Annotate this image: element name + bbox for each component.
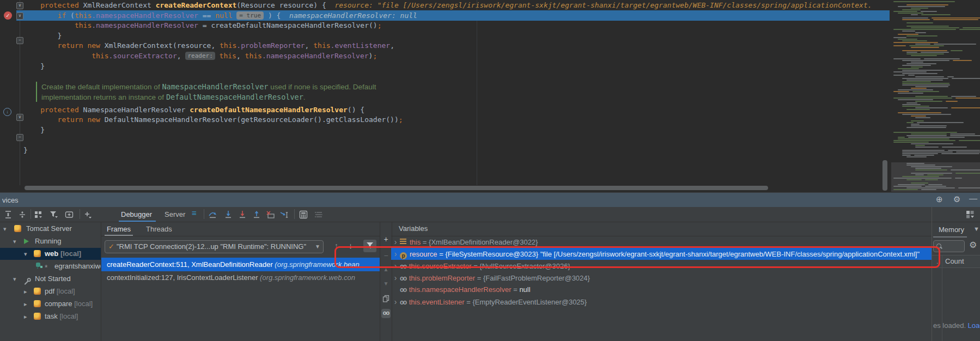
gear-icon[interactable]: ⚙	[953, 194, 960, 204]
variable-row-this-problemReporter[interactable]: ›oothis.problemReporter = {FailFastProbl…	[391, 272, 932, 284]
variable-name: this.problemReporter	[409, 274, 475, 282]
add-service-icon[interactable]	[83, 210, 92, 219]
view-options-icon[interactable]	[314, 210, 323, 219]
thread-selector-dropdown[interactable]: ✓"RMI TCP Connection(2)-12...up "RMI Run…	[105, 240, 324, 253]
tomcat-icon	[34, 300, 41, 307]
variable-null-value: null	[519, 285, 530, 294]
hide-icon[interactable]: —	[969, 193, 977, 203]
ide-window: protected XmlReaderContext createReaderC…	[0, 0, 980, 341]
duplicate-watch-icon[interactable]	[380, 294, 392, 302]
variable-value: =	[512, 285, 520, 294]
code-line: this.namespaceHandlerResolver = createDe…	[23, 21, 381, 31]
chevron-down-icon[interactable]: ▾	[24, 248, 27, 260]
step-into-icon[interactable]	[223, 210, 233, 219]
fold-marker-icon[interactable]: ∨	[16, 13, 23, 20]
variable-row-this-namespaceHandlerResolver[interactable]: oothis.namespaceHandlerResolver = null	[391, 284, 932, 296]
tree-item-label: Tomcat Server	[26, 223, 72, 235]
variable-value: = {FailFastProblemReporter@3024}	[475, 274, 590, 282]
frames-panel: Frames Threads ✓"RMI TCP Connection(2)-1…	[101, 222, 380, 341]
add-watch-icon[interactable]: +	[380, 235, 392, 243]
code-line: }	[23, 62, 45, 72]
step-over-icon[interactable]	[208, 210, 217, 219]
editor-horizontal-scrollbar[interactable]	[25, 186, 768, 190]
filter-icon[interactable]	[49, 210, 58, 219]
variables-header: Variables	[391, 222, 932, 236]
move-down-icon[interactable]: ▼	[380, 281, 392, 287]
editor-vertical-scrollbar[interactable]	[882, 160, 887, 191]
run-to-cursor-icon[interactable]	[280, 210, 289, 219]
expand-chevron-icon[interactable]: ›	[391, 272, 400, 284]
sidebar-item-pdf[interactable]: ▸pdf [local]	[0, 285, 101, 297]
tomcat-icon	[34, 313, 41, 320]
step-out-icon[interactable]	[252, 210, 261, 219]
doc-comment-line: implementation returns an instance of De…	[41, 92, 306, 103]
code-line: return new XmlReaderContext(resource, th…	[23, 41, 394, 51]
help-target-icon[interactable]: ⊕	[936, 194, 943, 204]
tree-item-suffix: [local]	[54, 287, 75, 295]
force-step-into-icon[interactable]	[238, 210, 247, 219]
evaluate-expression-icon[interactable]	[299, 210, 308, 219]
chevron-right-icon[interactable]: ▸	[24, 285, 27, 297]
breakpoint-icon[interactable]: ✓	[4, 11, 12, 20]
expand-chevron-icon[interactable]: ›	[391, 296, 400, 308]
load-classes-link[interactable]: Load	[968, 321, 980, 330]
chevron-down-icon[interactable]: ▾	[13, 273, 16, 285]
chevron-down-icon[interactable]: ▼	[973, 226, 979, 232]
collapse-all-icon[interactable]	[17, 210, 27, 219]
implementing-method-icon[interactable]: ↓	[3, 108, 11, 116]
tab-server[interactable]: Server	[161, 209, 188, 220]
memory-settings-gear-icon[interactable]: ⚙	[969, 240, 977, 250]
sidebar-item-web[interactable]: ▾web [local]	[0, 248, 101, 260]
fold-marker-icon[interactable]: ∨	[16, 2, 23, 9]
sidebar-item-running[interactable]: ▾Running	[0, 235, 101, 247]
expand-all-icon[interactable]	[3, 210, 13, 219]
variable-value: = {XmlBeanDefinitionReader@3022}	[421, 238, 538, 246]
add-tab-icon[interactable]	[64, 210, 74, 219]
tree-item-suffix: [local]	[58, 312, 78, 320]
variable-name: this.namespaceHandlerResolver	[409, 285, 512, 294]
sidebar-item-tomcat-server[interactable]: ▾Tomcat Server	[0, 223, 101, 235]
fold-marker-icon[interactable]: −	[16, 37, 23, 44]
variable-name: this.eventListener	[409, 298, 465, 306]
field-watch-icon: oo	[400, 296, 406, 308]
code-line: }	[23, 125, 45, 136]
variable-row-this-eventListener[interactable]: ›oothis.eventListener = {EmptyReaderEven…	[391, 296, 932, 308]
chevron-down-icon[interactable]: ▾	[3, 223, 7, 235]
group-by-icon[interactable]	[34, 210, 43, 219]
tab-threads[interactable]: Threads	[143, 224, 175, 234]
thread-selector-value: "RMI TCP Connection(2)-12...up "RMI Runt…	[117, 242, 306, 251]
chevron-down-icon[interactable]: ▾	[13, 235, 16, 247]
code-editor[interactable]: protected XmlReaderContext createReaderC…	[0, 0, 980, 192]
tree-item-label: compare [local]	[45, 298, 93, 310]
tab-debugger[interactable]: Debugger	[118, 209, 155, 220]
chevron-right-icon[interactable]: ▸	[24, 310, 27, 322]
memory-panel: Memory ▼ ⚙ .. Count es loaded. Load	[932, 207, 980, 341]
sidebar-item-egrantshanxiweb[interactable]: *egrantshanxiweb	[0, 260, 101, 272]
wrench-icon	[24, 275, 31, 282]
spinner-icon: *	[45, 261, 47, 273]
drop-frame-icon[interactable]	[266, 210, 275, 219]
frame-location: createReaderContext:511, XmlBeanDefiniti…	[107, 260, 275, 269]
frames-header: Frames Threads	[101, 222, 380, 236]
fold-marker-icon[interactable]: ∨	[16, 114, 23, 121]
artifact-icon	[36, 263, 40, 267]
field-watch-icon: oo	[400, 272, 406, 284]
sidebar-item-compare[interactable]: ▸compare [local]	[0, 298, 101, 310]
tree-item-suffix: [local]	[58, 249, 81, 258]
tab-frames[interactable]: Frames	[104, 224, 134, 234]
tree-item-label: task [local]	[45, 310, 78, 322]
layout-settings-icon[interactable]: ≡	[190, 208, 199, 217]
variable-name: this	[410, 238, 421, 246]
chevron-right-icon[interactable]: ▸	[24, 298, 27, 310]
watches-toolbar: + − ▲ ▼ oo	[380, 222, 392, 341]
stack-frame-row[interactable]: contextInitialized:127, IrisContextLoade…	[101, 272, 380, 284]
fold-marker-icon[interactable]: −	[16, 134, 23, 141]
show-watches-icon[interactable]: oo	[381, 309, 391, 318]
memory-tab-underline	[933, 236, 967, 238]
tree-item-label: pdf [local]	[45, 285, 75, 297]
tree-item-suffix: [local]	[72, 300, 93, 308]
sidebar-item-task[interactable]: ▸task [local]	[0, 310, 101, 322]
sidebar-item-not-started[interactable]: ▾Not Started	[0, 273, 101, 285]
tool-window-title-bar: vices ⊕ ⚙ —	[0, 193, 980, 207]
code-minimap[interactable]	[891, 0, 980, 192]
